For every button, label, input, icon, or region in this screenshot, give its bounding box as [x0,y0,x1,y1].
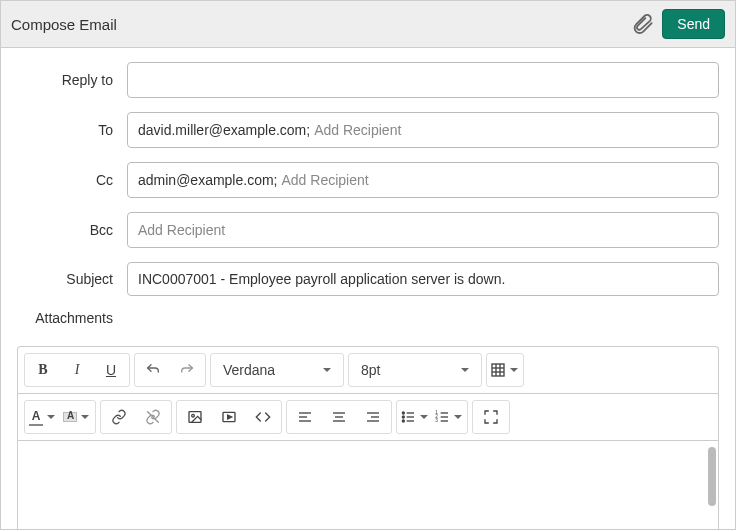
svg-point-20 [402,416,404,418]
unlink-button[interactable] [137,403,169,431]
chevron-down-icon [81,415,89,419]
chevron-down-icon [510,368,518,372]
bold-button[interactable]: B [27,356,59,384]
video-button[interactable] [213,403,245,431]
bullet-list-button[interactable] [399,403,431,431]
send-button[interactable]: Send [662,9,725,39]
svg-marker-9 [228,415,232,419]
redo-button[interactable] [171,356,203,384]
font-color-button[interactable]: A [27,403,59,431]
align-left-button[interactable] [289,403,321,431]
font-size-select[interactable]: 8pt [351,356,479,384]
cc-placeholder: Add Recipient [282,172,369,188]
attachment-icon[interactable] [632,13,654,35]
titlebar: Compose Email Send [1,1,735,48]
align-right-button[interactable] [357,403,389,431]
table-button[interactable] [489,356,521,384]
undo-button[interactable] [137,356,169,384]
numbered-list-button[interactable]: 123 [433,403,465,431]
attachments-row: Attachments [17,310,719,326]
to-row: To david.miller@example.com; Add Recipie… [17,112,719,148]
bcc-label: Bcc [17,222,127,238]
subject-label: Subject [17,271,127,287]
highlight-color-button[interactable] [61,403,93,431]
svg-point-19 [402,412,404,414]
svg-point-21 [402,420,404,422]
form-area: Reply to To david.miller@example.com; Ad… [1,48,735,346]
fullscreen-button[interactable] [475,403,507,431]
to-label: To [17,122,127,138]
editor: B I U Verdana 8pt [1,346,735,530]
cc-input[interactable]: admin@example.com; Add Recipient [127,162,719,198]
font-family-value: Verdana [223,362,275,378]
to-recipient[interactable]: david.miller@example.com; [138,122,310,138]
to-input[interactable]: david.miller@example.com; Add Recipient [127,112,719,148]
editor-scrollbar[interactable] [708,447,716,506]
subject-input[interactable] [127,262,719,296]
to-placeholder: Add Recipient [314,122,401,138]
reply-to-input[interactable] [127,62,719,98]
bcc-input[interactable]: Add Recipient [127,212,719,248]
svg-text:3: 3 [435,418,438,423]
chevron-down-icon [420,415,428,419]
image-button[interactable] [179,403,211,431]
bcc-row: Bcc Add Recipient [17,212,719,248]
window-title: Compose Email [11,16,624,33]
underline-button[interactable]: U [95,356,127,384]
cc-recipient[interactable]: admin@example.com; [138,172,278,188]
svg-rect-0 [492,364,504,376]
cc-label: Cc [17,172,127,188]
attachments-label: Attachments [17,310,127,326]
font-family-select[interactable]: Verdana [213,356,341,384]
cc-row: Cc admin@example.com; Add Recipient [17,162,719,198]
italic-button[interactable]: I [61,356,93,384]
bcc-placeholder: Add Recipient [138,222,225,238]
svg-point-7 [192,414,195,417]
compose-email-window: Compose Email Send Reply to To david.mil… [0,0,736,530]
chevron-down-icon [47,415,55,419]
align-center-button[interactable] [323,403,355,431]
editor-toolbar-row2: A [17,393,719,440]
font-size-value: 8pt [361,362,380,378]
code-button[interactable] [247,403,279,431]
chevron-down-icon [323,368,331,372]
editor-toolbar-row1: B I U Verdana 8pt [17,346,719,393]
chevron-down-icon [461,368,469,372]
chevron-down-icon [454,415,462,419]
link-button[interactable] [103,403,135,431]
editor-body[interactable] [17,440,719,530]
reply-to-label: Reply to [17,72,127,88]
reply-to-row: Reply to [17,62,719,98]
subject-row: Subject [17,262,719,296]
